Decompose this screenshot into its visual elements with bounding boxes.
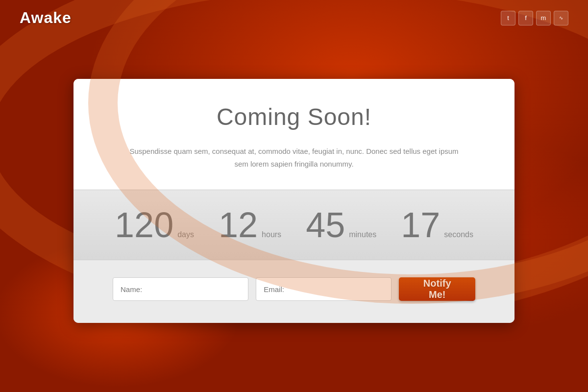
seconds-number: 17 <box>401 207 440 243</box>
main-card: Coming Soon! Suspendisse quam sem, conse… <box>74 79 514 323</box>
top-section: Coming Soon! Suspendisse quam sem, conse… <box>74 79 514 190</box>
days-label: days <box>177 230 194 239</box>
header: Awake t f m ∿ <box>0 0 588 36</box>
form-section: Notify Me! <box>74 260 514 323</box>
countdown-section: 120 days 12 hours 45 minutes 17 seconds <box>74 190 514 260</box>
minutes-number: 45 <box>306 207 345 243</box>
myspace-icon[interactable]: m <box>536 11 551 25</box>
days-number: 120 <box>115 207 173 243</box>
countdown-seconds: 17 seconds <box>401 207 473 243</box>
countdown-days: 120 days <box>115 207 194 243</box>
countdown-minutes: 45 minutes <box>306 207 376 243</box>
minutes-label: minutes <box>349 230 376 239</box>
rss-icon[interactable]: ∿ <box>554 11 568 25</box>
page-title: Coming Soon! <box>113 103 475 130</box>
notify-button[interactable]: Notify Me! <box>399 277 475 301</box>
seconds-label: seconds <box>444 230 473 239</box>
email-input[interactable] <box>256 277 392 301</box>
social-icons: t f m ∿ <box>501 11 568 25</box>
hours-number: 12 <box>219 207 258 243</box>
name-input[interactable] <box>113 277 248 301</box>
countdown-hours: 12 hours <box>219 207 281 243</box>
logo: Awake <box>20 9 72 27</box>
description-text: Suspendisse quam sem, consequat at, comm… <box>122 145 466 170</box>
twitter-icon[interactable]: t <box>501 11 515 25</box>
hours-label: hours <box>262 230 281 239</box>
facebook-icon[interactable]: f <box>518 11 533 25</box>
